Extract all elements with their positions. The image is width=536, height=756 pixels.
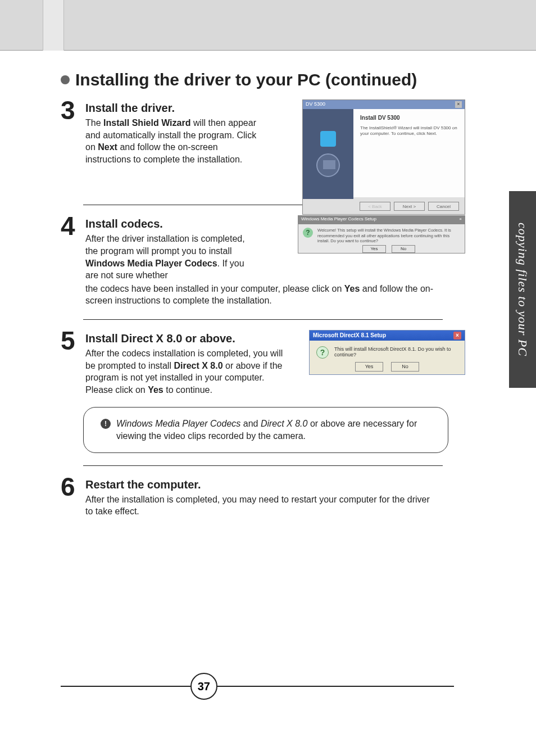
t: Direct X 8.0	[174, 361, 222, 370]
close-icon[interactable]: ×	[453, 332, 461, 339]
step-4: 4 Install codecs. After the driver insta…	[61, 215, 454, 307]
codecs-dialog: Windows Media Player Codecs Setup × ? We…	[298, 215, 465, 253]
page-footer: 37	[61, 673, 454, 700]
close-icon[interactable]: ×	[455, 101, 462, 108]
close-icon[interactable]: ×	[459, 216, 462, 224]
directx-dialog: Microsoft DirectX 8.1 Setup × ? This wil…	[309, 330, 465, 375]
t: to continue.	[163, 385, 212, 395]
step-6-heading: Restart the computer.	[85, 478, 454, 491]
t: and	[240, 419, 261, 428]
separator	[83, 465, 443, 466]
dialog-title: Microsoft DirectX 8.1 Setup	[313, 332, 386, 338]
no-button[interactable]: No	[392, 245, 415, 253]
dialog-title: Windows Media Player Codecs Setup	[301, 216, 376, 224]
dialog-titlebar: Windows Media Player Codecs Setup ×	[298, 216, 465, 224]
computer-icon	[316, 153, 340, 177]
footer-line-right	[216, 686, 454, 687]
step-6-number: 6	[61, 476, 81, 498]
installshield-dialog: DV 5300 × Install DV 5300 The InstallShi…	[302, 99, 465, 215]
dialog-text: Welcome! This setup will install the Win…	[317, 228, 460, 243]
t: The	[85, 118, 103, 128]
step-4-number: 4	[61, 215, 81, 237]
question-icon: ?	[303, 228, 313, 238]
note-text: Windows Media Player Codecs and Direct X…	[116, 418, 431, 442]
top-header-inner	[43, 0, 64, 51]
step-3: 3 Install the driver. The Install Shield…	[61, 99, 454, 165]
back-button: < Back	[360, 202, 390, 211]
step-4-text-a: After the driver installation is complet…	[85, 233, 260, 281]
dialog-subtext: The InstallShield® Wizard will install D…	[360, 125, 458, 137]
title-bullet-icon	[61, 75, 70, 84]
separator	[83, 319, 443, 320]
box-icon	[320, 131, 336, 147]
step-5-text: After the codecs installation is complet…	[85, 347, 288, 396]
step-3-number: 3	[61, 99, 81, 121]
top-header-bar	[0, 0, 536, 51]
step-3-text: The Install Shield Wizard will then appe…	[85, 117, 265, 165]
t: Windows Media Player Codecs	[85, 259, 217, 268]
cancel-button[interactable]: Cancel	[428, 202, 459, 211]
page-number: 37	[190, 673, 217, 700]
side-chapter-tab: copying files to your PC	[509, 191, 536, 388]
no-button[interactable]: No	[391, 362, 419, 372]
exclamation-icon: !	[101, 419, 111, 429]
yes-button[interactable]: Yes	[355, 362, 383, 372]
t: Yes	[148, 385, 163, 395]
dialog-title: DV 5300	[306, 101, 325, 108]
page-title: Installing the driver to your PC (contin…	[61, 70, 454, 89]
step-4-text-b: the codecs have been installed in your c…	[85, 283, 445, 307]
title-text: Installing the driver to your PC (contin…	[75, 70, 417, 89]
t: Windows Media Player Codecs	[116, 419, 240, 428]
dialog-sidebar	[303, 109, 353, 199]
t: Direct X 8.0	[261, 419, 308, 428]
step-5-number: 5	[61, 330, 81, 352]
dialog-titlebar: DV 5300 ×	[303, 100, 465, 109]
note-box: ! Windows Media Player Codecs and Direct…	[83, 407, 448, 452]
next-button[interactable]: Next >	[394, 202, 425, 211]
step-6-text: After the installation is completed, you…	[85, 494, 434, 518]
t: the codecs have been installed in your c…	[85, 284, 344, 293]
page-content: Installing the driver to your PC (contin…	[61, 70, 454, 528]
t: Yes	[344, 284, 360, 293]
dialog-heading: Install DV 5300	[360, 115, 458, 121]
side-tab-label: copying files to your PC	[515, 223, 530, 356]
t: After the driver installation is complet…	[85, 234, 245, 256]
dialog-titlebar: Microsoft DirectX 8.1 Setup ×	[310, 331, 465, 341]
yes-button[interactable]: Yes	[362, 245, 386, 253]
step-6: 6 Restart the computer. After the instal…	[61, 476, 454, 518]
t: Next	[98, 142, 117, 152]
footer-line-left	[61, 686, 192, 687]
question-icon: ?	[316, 346, 329, 359]
t: Install Shield Wizard	[103, 118, 190, 128]
step-5: 5 Install Direct X 8.0 or above. After t…	[61, 330, 454, 396]
dialog-text: This will install Microsoft DirectX 8.1.…	[334, 346, 458, 357]
